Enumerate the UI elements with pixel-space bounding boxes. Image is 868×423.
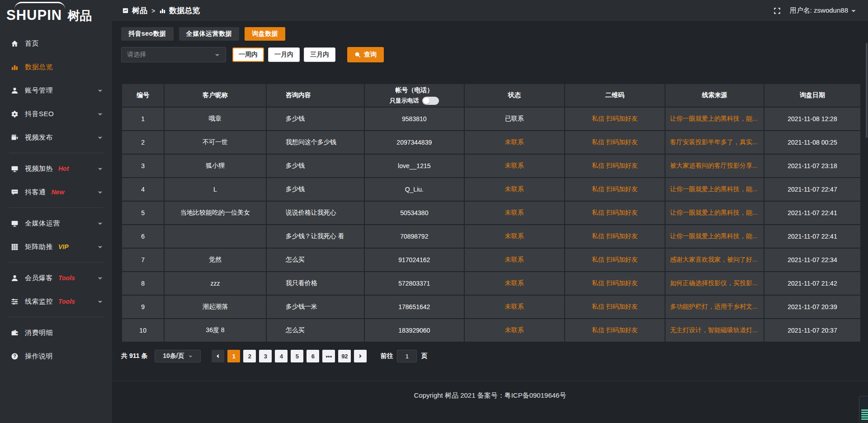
- range-button-three-month[interactable]: 三月内: [304, 47, 335, 62]
- page-button-5[interactable]: 5: [291, 350, 303, 362]
- cell-no: 2: [122, 131, 164, 154]
- tab-douyin-seo-data[interactable]: 抖音seo数据: [121, 27, 174, 41]
- total-count-label: 共 911 条: [121, 352, 147, 360]
- tab-inquiry-data[interactable]: 询盘数据: [245, 27, 285, 41]
- tab-omnimedia-data[interactable]: 全媒体运营数据: [179, 27, 240, 41]
- sidebar-item-home[interactable]: 首页: [0, 32, 112, 55]
- page-button-92[interactable]: 92: [338, 350, 351, 362]
- home-icon: [11, 40, 19, 47]
- cell-date: 2021-11-08 12:28: [764, 108, 860, 130]
- sidebar-item-video-heat[interactable]: 视频加热Hot: [0, 157, 112, 180]
- sidebar-item-label: 数据总览: [25, 63, 53, 71]
- cell-account: 50534380: [365, 202, 464, 224]
- qr-action-link[interactable]: 私信 扫码加好友: [565, 296, 665, 318]
- cell-account: 917024162: [365, 249, 464, 271]
- pagination: 共 911 条 10条/页 123456•••92 前往 页: [121, 350, 861, 362]
- breadcrumb-app[interactable]: 树品: [132, 5, 147, 16]
- cell-date: 2021-11-07 22:41: [764, 225, 860, 248]
- sidebar-item-douyin-seo[interactable]: 抖音SEO: [0, 102, 112, 126]
- chevron-down-icon: [214, 52, 220, 58]
- source-link[interactable]: 无主灯设计，智能磁吸轨道灯...: [665, 319, 764, 342]
- badge-tools: Tools: [58, 274, 75, 282]
- scrollbar-thumb[interactable]: [866, 43, 868, 138]
- column-header-qrcode: 二维码: [565, 84, 665, 107]
- chevron-down-icon: [97, 221, 103, 226]
- qr-action-link[interactable]: 私信 扫码加好友: [565, 225, 665, 248]
- next-page-button[interactable]: [354, 350, 367, 362]
- table-row: 6多少钱？让我死心 看70898792未联系私信 扫码加好友让你一眼就爱上的黑科…: [122, 225, 860, 248]
- qr-action-link[interactable]: 私信 扫码加好友: [565, 155, 665, 177]
- fullscreen-icon[interactable]: [774, 7, 781, 14]
- sidebar-item-label: 全媒体运营: [25, 219, 60, 228]
- page-button-3[interactable]: 3: [259, 350, 272, 362]
- cell-content: 怎么买: [267, 249, 364, 271]
- source-link[interactable]: 让你一眼就爱上的黑科技，能...: [665, 225, 764, 248]
- breadcrumb-page[interactable]: 数据总览: [169, 5, 200, 16]
- sidebar-item-label: 首页: [25, 39, 39, 48]
- sidebar-item-member-burst[interactable]: 会员爆客Tools: [0, 266, 112, 290]
- sidebar-item-clue-monitor[interactable]: 线索监控Tools: [0, 290, 112, 313]
- page-more-button[interactable]: •••: [322, 350, 335, 362]
- page-button-6[interactable]: 6: [307, 350, 319, 362]
- page-button-4[interactable]: 4: [275, 350, 288, 362]
- range-button-one-month[interactable]: 一月内: [268, 47, 300, 62]
- cell-date: 2021-11-07 23:18: [764, 155, 860, 177]
- cell-nickname: 哦章: [165, 108, 265, 130]
- sidebar-item-data-overview[interactable]: 数据总览: [0, 55, 112, 79]
- page-button-2[interactable]: 2: [243, 350, 256, 362]
- qr-action-link[interactable]: 私信 扫码加好友: [565, 202, 665, 224]
- status-badge: 未联系: [465, 249, 564, 271]
- sidebar-item-account-management[interactable]: 账号管理: [0, 79, 112, 102]
- sidebar-item-video-publish[interactable]: 视频发布: [0, 126, 112, 149]
- qr-action-link[interactable]: 私信 扫码加好友: [565, 319, 665, 342]
- range-button-one-week[interactable]: 一周内: [232, 47, 264, 62]
- cell-no: 8: [122, 272, 164, 295]
- badge-hot: Hot: [58, 165, 69, 172]
- source-link[interactable]: 客厅安装投影半年多了，真实...: [665, 131, 764, 154]
- source-link[interactable]: 让你一眼就爱上的黑科技，能...: [665, 202, 764, 224]
- query-button[interactable]: 查询: [347, 47, 384, 62]
- column-header-content: 咨询内容: [267, 84, 364, 107]
- qr-action-link[interactable]: 私信 扫码加好友: [565, 131, 665, 154]
- qr-action-link[interactable]: 私信 扫码加好友: [565, 178, 665, 201]
- sidebar-divider: [9, 153, 103, 153]
- goto-page-input[interactable]: [397, 350, 417, 362]
- qr-action-link[interactable]: 私信 扫码加好友: [565, 272, 665, 295]
- source-link[interactable]: 让你一眼就爱上的黑科技，能...: [665, 178, 764, 201]
- question-icon: ?: [11, 352, 19, 360]
- filter-select-placeholder: 请选择: [127, 51, 146, 59]
- sidebar-item-consumption-detail[interactable]: 消费明细: [0, 321, 112, 344]
- cell-nickname: 36度 8: [165, 319, 265, 342]
- page-size-select[interactable]: 10条/页: [155, 350, 201, 362]
- cell-account: 9583810: [365, 108, 464, 130]
- breadcrumb: 树品 > 数据总览: [122, 5, 200, 16]
- sidebar-divider: [9, 207, 103, 208]
- cell-content: 多少钱一米: [267, 296, 364, 318]
- sidebar-item-omnimedia-operation[interactable]: 全媒体运营: [0, 212, 112, 235]
- source-link[interactable]: 多功能护栏灯，适用于乡村文...: [665, 296, 764, 318]
- source-link[interactable]: 被大家追着问的客厅投影分享...: [665, 155, 764, 177]
- filter-bar: 请选择 一周内一月内三月内 查询: [121, 47, 861, 62]
- sidebar-item-operation-guide[interactable]: ?操作说明: [0, 344, 112, 368]
- sidebar-item-matrix-boost[interactable]: 矩阵助推VIP: [0, 235, 112, 258]
- footer: Copyright 树品 2021 备案号：粤ICP备09019646号: [112, 381, 868, 423]
- page-button-1[interactable]: 1: [227, 350, 240, 362]
- qr-action-link[interactable]: 私信 扫码加好友: [565, 249, 665, 271]
- qr-action-link[interactable]: 私信 扫码加好友: [565, 108, 665, 130]
- source-link[interactable]: 让你一眼就爱上的黑科技，能...: [665, 108, 764, 130]
- chevron-down-icon: [97, 88, 103, 94]
- prev-page-button[interactable]: [212, 350, 224, 362]
- source-link[interactable]: 感谢大家喜欢我家，被问了好...: [665, 249, 764, 271]
- status-badge: 未联系: [465, 178, 564, 201]
- user-menu[interactable]: 用户名: zswodun88: [790, 6, 856, 15]
- cell-nickname: 当地比较能吃的一位美女: [165, 202, 265, 224]
- cell-no: 3: [122, 155, 164, 177]
- status-badge: 已联系: [465, 108, 564, 130]
- sidebar-item-douketong[interactable]: 抖客通New: [0, 180, 112, 204]
- phone-toggle-switch[interactable]: [422, 97, 439, 105]
- page-nav: 123456•••92: [212, 350, 367, 362]
- filter-select[interactable]: 请选择: [121, 47, 226, 62]
- chevron-down-icon: [97, 111, 103, 117]
- column-header-date: 询盘日期: [764, 84, 860, 107]
- source-link[interactable]: 如何正确选择投影仪，买投影...: [665, 272, 764, 295]
